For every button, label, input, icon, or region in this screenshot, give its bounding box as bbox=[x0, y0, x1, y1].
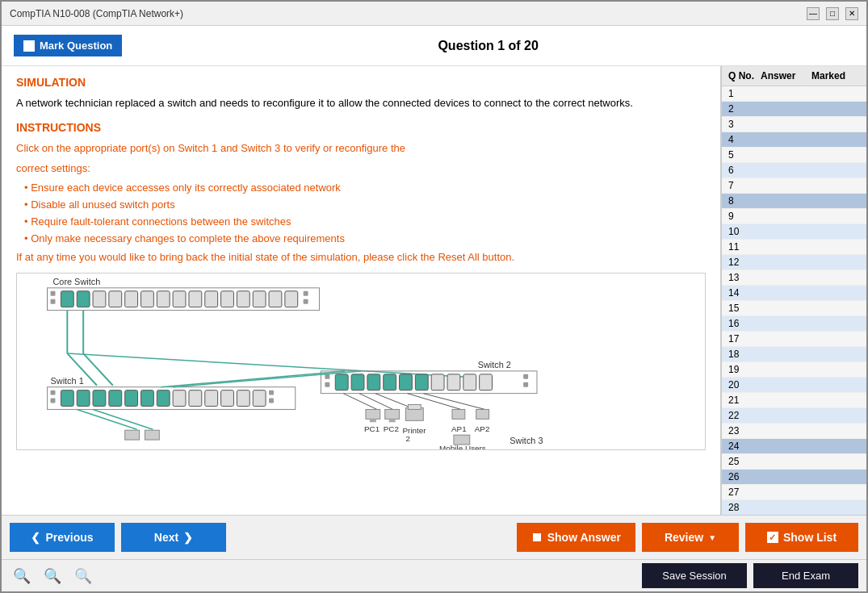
bullet-4: • Only make necessary changes to complet… bbox=[16, 232, 706, 244]
maximize-button[interactable]: □ bbox=[826, 7, 839, 20]
switch1-ports[interactable] bbox=[51, 390, 274, 406]
sidebar-row[interactable]: 14 bbox=[722, 286, 866, 301]
svg-rect-41 bbox=[237, 390, 249, 406]
sidebar-row[interactable]: 28 bbox=[722, 500, 866, 515]
row-marked bbox=[811, 425, 860, 436]
svg-rect-32 bbox=[93, 390, 106, 406]
row-num: 9 bbox=[728, 211, 761, 222]
svg-rect-10 bbox=[157, 290, 170, 307]
row-num: 6 bbox=[728, 165, 761, 176]
row-answer bbox=[761, 471, 811, 482]
col-marked-header: Marked bbox=[811, 70, 860, 81]
row-answer bbox=[761, 441, 811, 452]
svg-rect-52 bbox=[325, 382, 329, 386]
svg-text:Switch 1: Switch 1 bbox=[51, 375, 84, 385]
sidebar-row[interactable]: 12 bbox=[722, 255, 866, 270]
row-marked bbox=[811, 410, 860, 421]
row-marked bbox=[811, 103, 860, 115]
header-bar: Mark Question Question 1 of 20 bbox=[2, 26, 866, 66]
row-num: 5 bbox=[728, 149, 761, 161]
row-marked bbox=[811, 364, 860, 375]
core-switch-label: Core Switch bbox=[53, 276, 101, 286]
row-answer bbox=[761, 318, 811, 329]
sidebar-row[interactable]: 24 bbox=[722, 439, 866, 454]
sidebar-row[interactable]: 3 bbox=[722, 117, 866, 132]
svg-line-45 bbox=[77, 409, 136, 429]
sidebar-row[interactable]: 18 bbox=[722, 347, 866, 362]
row-answer bbox=[761, 226, 811, 237]
sidebar-row[interactable]: 7 bbox=[722, 178, 866, 194]
sidebar-row[interactable]: 16 bbox=[722, 316, 866, 332]
svg-rect-30 bbox=[61, 390, 73, 406]
sidebar-row[interactable]: 21 bbox=[722, 393, 866, 408]
svg-rect-53 bbox=[335, 374, 348, 390]
row-answer bbox=[761, 103, 811, 115]
sidebar-row[interactable]: 1 bbox=[722, 86, 866, 102]
sidebar-row[interactable]: 8 bbox=[722, 194, 866, 209]
sidebar-row[interactable]: 2 bbox=[722, 102, 866, 117]
end-exam-button[interactable]: End Exam bbox=[753, 563, 858, 588]
svg-rect-33 bbox=[109, 390, 122, 406]
sidebar-row[interactable]: 27 bbox=[722, 485, 866, 500]
show-answer-button[interactable]: Show Answer bbox=[517, 523, 635, 552]
svg-rect-39 bbox=[205, 390, 218, 406]
switch2-ports[interactable] bbox=[325, 374, 528, 390]
close-button[interactable]: ✕ bbox=[845, 7, 858, 20]
svg-rect-47 bbox=[125, 430, 140, 440]
row-marked bbox=[811, 119, 860, 130]
sidebar-row[interactable]: 15 bbox=[722, 301, 866, 316]
row-answer bbox=[761, 241, 811, 253]
row-answer bbox=[761, 88, 811, 99]
svg-rect-11 bbox=[173, 290, 186, 307]
row-answer bbox=[761, 303, 811, 314]
next-button[interactable]: Next ❯ bbox=[121, 523, 226, 552]
sidebar-row[interactable]: 9 bbox=[722, 209, 866, 224]
zoom-out-button[interactable]: 🔍 bbox=[71, 566, 95, 587]
svg-rect-5 bbox=[77, 290, 90, 307]
row-num: 27 bbox=[728, 487, 761, 498]
core-switch-ports[interactable] bbox=[51, 290, 308, 307]
sidebar-row[interactable]: 26 bbox=[722, 470, 866, 485]
sidebar-row[interactable]: 6 bbox=[722, 163, 866, 178]
title-bar: CompTIA N10-008 (CompTIA Network+) — □ ✕ bbox=[2, 2, 866, 26]
previous-button[interactable]: ❮ Previous bbox=[10, 523, 115, 552]
review-button[interactable]: Review ▼ bbox=[642, 523, 739, 552]
sidebar-row[interactable]: 5 bbox=[722, 148, 866, 163]
row-answer bbox=[761, 257, 811, 268]
row-answer bbox=[761, 456, 811, 467]
sidebar-row[interactable]: 22 bbox=[722, 408, 866, 424]
sidebar-row[interactable]: 25 bbox=[722, 454, 866, 470]
sidebar-row[interactable]: 20 bbox=[722, 378, 866, 393]
svg-rect-48 bbox=[145, 430, 159, 440]
svg-text:AP2: AP2 bbox=[475, 424, 490, 433]
sidebar-row[interactable]: 23 bbox=[722, 424, 866, 439]
show-list-button[interactable]: ✓ Show List bbox=[745, 523, 858, 552]
svg-rect-77 bbox=[408, 404, 421, 409]
zoom-in-button[interactable]: 🔍 bbox=[10, 566, 34, 587]
sidebar-header: Q No. Answer Marked bbox=[722, 66, 866, 86]
svg-rect-42 bbox=[253, 390, 266, 406]
svg-text:Mobile Users: Mobile Users bbox=[439, 443, 486, 449]
zoom-normal-button[interactable]: 🔍 bbox=[40, 566, 65, 587]
svg-rect-51 bbox=[325, 374, 329, 378]
save-session-button[interactable]: Save Session bbox=[642, 563, 747, 588]
mark-question-button[interactable]: Mark Question bbox=[14, 35, 122, 56]
sidebar-row[interactable]: 19 bbox=[722, 362, 866, 378]
row-num: 2 bbox=[728, 103, 761, 115]
sidebar-row[interactable]: 17 bbox=[722, 332, 866, 347]
window-controls: — □ ✕ bbox=[807, 7, 858, 20]
minimize-button[interactable]: — bbox=[807, 7, 820, 20]
svg-rect-63 bbox=[523, 374, 528, 378]
sidebar-row[interactable]: 10 bbox=[722, 224, 866, 240]
sidebar-row[interactable]: 4 bbox=[722, 132, 866, 148]
row-answer bbox=[761, 333, 811, 345]
svg-text:2: 2 bbox=[405, 434, 410, 443]
row-answer bbox=[761, 487, 811, 498]
svg-rect-2 bbox=[51, 290, 56, 295]
row-marked bbox=[811, 487, 860, 498]
svg-rect-17 bbox=[269, 290, 282, 307]
sidebar-row[interactable]: 13 bbox=[722, 270, 866, 286]
row-num: 21 bbox=[728, 395, 761, 406]
review-dropdown-icon: ▼ bbox=[708, 533, 716, 542]
sidebar-row[interactable]: 11 bbox=[722, 240, 866, 255]
